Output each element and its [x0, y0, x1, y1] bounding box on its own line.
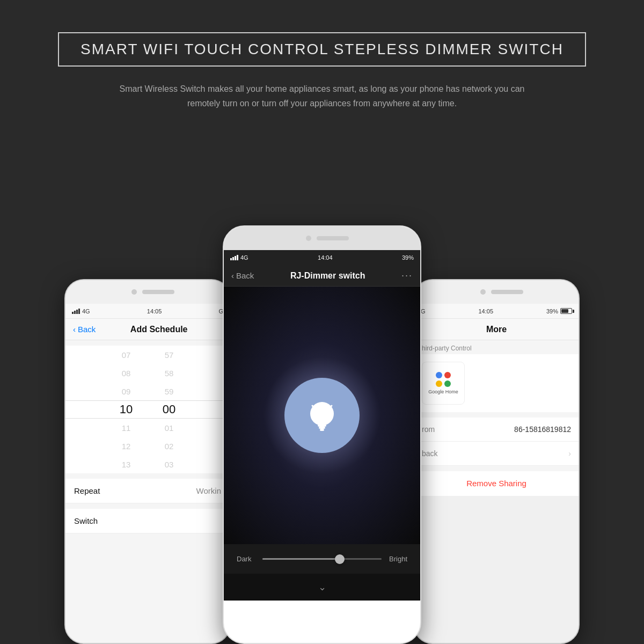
time-row-2: 08 58	[65, 364, 230, 382]
center-nav: ‹ Back RJ-Dimmer switch ···	[224, 265, 420, 287]
center-phone: 4G 14:04 39% ‹ Back RJ-Dimmer switch ···	[223, 225, 421, 644]
center-status-bar: 4G 14:04 39%	[224, 250, 420, 265]
right-time: 14:05	[479, 308, 494, 314]
chevron-down-icon: ⌄	[318, 581, 326, 593]
center-nav-title: RJ-Dimmer switch	[254, 271, 401, 281]
from-value: 86-15816819812	[514, 425, 571, 434]
left-nav: ‹ Back Add Schedule	[65, 319, 230, 340]
center-chevron-icon: ‹	[231, 271, 234, 280]
repeat-value: Workin	[196, 486, 221, 495]
dot-green	[444, 380, 451, 387]
chevron-right-icon: ›	[568, 449, 571, 458]
center-phone-top	[224, 226, 420, 250]
svg-rect-1	[318, 425, 326, 427]
header: SMART WIFI TOUCH CONTROL STEPLESS DIMMER…	[0, 0, 644, 127]
time-label: 14:05	[147, 308, 162, 314]
dark-label: Dark	[237, 555, 256, 563]
back-label: back	[422, 449, 438, 458]
switch-item[interactable]: Switch	[65, 509, 230, 533]
slider-thumb[interactable]	[335, 554, 345, 564]
from-label: rom	[422, 425, 435, 434]
dot-red	[444, 372, 451, 378]
signal-icon	[72, 309, 80, 314]
right-phone-content: hird-party Control Google Home	[414, 340, 579, 496]
time-row-3: 09 59	[65, 382, 230, 400]
time-row-5: 11 01	[65, 419, 230, 437]
right-speaker	[491, 290, 523, 294]
carrier-label: 4G	[82, 308, 90, 314]
center-speaker	[317, 236, 349, 240]
dimmer-screen	[224, 287, 420, 544]
center-back-button[interactable]: ‹ Back	[231, 271, 254, 280]
center-time: 14:04	[318, 254, 333, 261]
chevron-left-icon: ‹	[73, 325, 76, 334]
right-battery: 39%	[546, 308, 558, 314]
time-row-6: 12 02	[65, 437, 230, 455]
center-bottom: ⌄	[224, 574, 420, 601]
svg-rect-3	[320, 429, 324, 431]
left-status-bar: 4G 14:05 G	[65, 304, 230, 319]
switch-label: Switch	[74, 516, 98, 525]
slider-fill	[262, 558, 340, 560]
right-phone: G 14:05 39% More hird-party Control	[413, 279, 580, 644]
dot-yellow	[436, 380, 442, 387]
center-battery: 39%	[402, 254, 414, 261]
remove-sharing-section: Remove Sharing	[414, 471, 579, 496]
right-status-bar: G 14:05 39%	[414, 304, 579, 319]
page-title: SMART WIFI TOUCH CONTROL STEPLESS DIMMER…	[80, 41, 564, 58]
time-row-selected: 10 00	[65, 400, 230, 419]
bulb-icon	[303, 397, 341, 434]
bright-label: Bright	[388, 555, 407, 563]
right-nav: More	[414, 319, 579, 340]
phones-container: 4G 14:05 G ‹ Back Add Schedule 07 57	[0, 204, 644, 644]
title-box: SMART WIFI TOUCH CONTROL STEPLESS DIMMER…	[58, 32, 586, 67]
brightness-slider-section[interactable]: Dark Bright	[224, 544, 420, 574]
left-phone: 4G 14:05 G ‹ Back Add Schedule 07 57	[64, 279, 231, 644]
right-nav-title: More	[422, 325, 571, 334]
subtitle: Smart Wireless Switch makes all your hom…	[107, 82, 537, 111]
back-button[interactable]: ‹ Back	[73, 325, 96, 334]
time-row-7: 13 03	[65, 455, 230, 473]
google-home-label: Google Home	[428, 389, 458, 394]
center-signal-icon	[230, 255, 238, 260]
remove-sharing-button[interactable]: Remove Sharing	[466, 479, 526, 488]
third-party-header: hird-party Control	[414, 340, 579, 354]
third-party-section: Google Home	[414, 354, 579, 412]
google-home-icon[interactable]: Google Home	[422, 362, 465, 405]
svg-rect-2	[319, 427, 325, 429]
camera-dot	[131, 289, 137, 295]
repeat-label: Repeat	[74, 486, 100, 495]
battery-icon	[560, 308, 572, 314]
center-carrier: 4G	[240, 254, 248, 261]
time-row-1: 07 57	[65, 346, 230, 364]
left-phone-content: 07 57 08 58 09 59 10 00 11 01	[65, 340, 230, 644]
slider-track[interactable]	[262, 558, 382, 560]
center-more-button[interactable]: ···	[401, 270, 413, 281]
center-camera-dot	[306, 236, 311, 241]
right-camera-dot	[480, 289, 486, 295]
bulb-circle	[284, 378, 360, 453]
nav-title: Add Schedule	[96, 325, 222, 334]
info-section: rom 86-15816819812 back ›	[414, 418, 579, 466]
speaker	[142, 290, 174, 294]
bulb-container	[279, 372, 365, 458]
time-picker[interactable]: 07 57 08 58 09 59 10 00 11 01	[65, 346, 230, 473]
info-row-back[interactable]: back ›	[414, 442, 579, 466]
repeat-item[interactable]: Repeat Workin	[65, 479, 230, 503]
left-phone-top	[65, 280, 230, 304]
dot-blue	[436, 372, 442, 378]
info-row-from: rom 86-15816819812	[414, 418, 579, 442]
right-phone-top	[414, 280, 579, 304]
right-carrier: G	[421, 308, 426, 314]
